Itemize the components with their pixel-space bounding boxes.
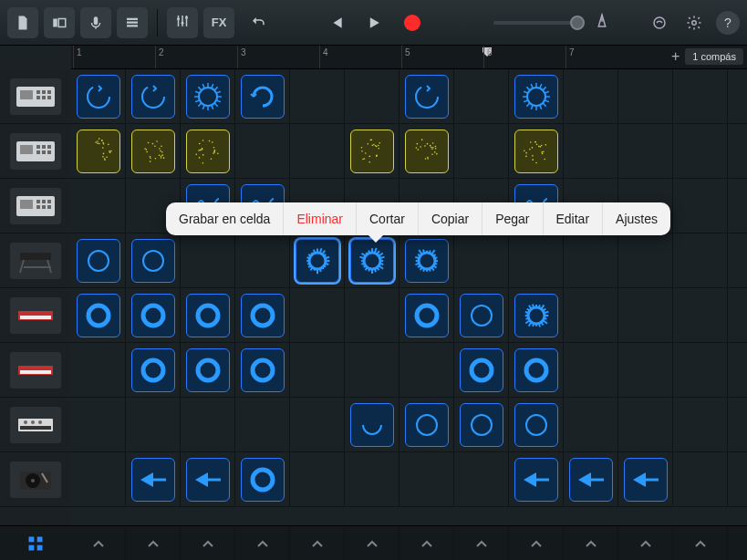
grid-cell[interactable] [399,398,454,452]
loop-browser-button[interactable] [647,10,672,36]
grid-cell[interactable] [71,288,126,343]
grid-cell[interactable] [345,288,399,343]
grid-cell[interactable] [618,69,673,124]
grid-cell[interactable] [71,452,126,507]
grid-cell[interactable] [564,69,618,124]
loop-cell[interactable] [405,75,449,119]
grid-cell[interactable] [181,124,235,179]
column-trigger[interactable] [454,526,509,560]
loop-cell[interactable] [405,130,449,173]
column-trigger[interactable] [345,526,399,560]
grid-cell[interactable] [181,343,235,398]
grid-cell[interactable] [454,233,509,288]
add-section-button[interactable]: + [671,48,680,65]
loop-cell[interactable] [350,403,394,447]
grid-cell[interactable] [673,233,728,288]
column-trigger[interactable] [126,526,181,560]
grid-cell[interactable] [399,288,454,343]
context-menu-item[interactable]: Copiar [419,202,482,235]
grid-cell[interactable] [509,343,564,398]
loop-cell[interactable] [77,130,120,173]
loop-cell[interactable] [131,130,175,173]
grid-cell[interactable] [509,452,564,507]
grid-cell[interactable] [345,69,399,124]
grid-cell[interactable] [290,452,345,507]
context-menu-item[interactable]: Ajustes [603,202,670,235]
loop-cell[interactable] [131,294,175,337]
loop-cell[interactable] [296,239,339,283]
grid-cell[interactable] [345,124,399,179]
grid-cell[interactable] [564,452,618,507]
grid-cell[interactable] [126,343,181,398]
undo-button[interactable] [245,10,271,36]
loop-cell[interactable] [514,348,558,392]
grid-cell[interactable] [126,288,181,343]
grid-cell[interactable] [345,343,399,398]
grid-cell[interactable] [126,124,181,179]
grid-cell[interactable] [235,69,290,124]
column-trigger[interactable] [399,526,454,560]
loop-cell[interactable] [514,75,558,119]
grid-cell[interactable] [509,398,564,452]
grid-cell[interactable] [345,452,399,507]
context-menu-item[interactable]: Editar [544,202,604,235]
loop-cell[interactable] [514,130,558,173]
go-to-start-button[interactable] [325,12,347,34]
column-trigger[interactable] [290,526,345,560]
grid-cell[interactable] [181,398,235,452]
loop-cell[interactable] [514,403,558,447]
grid-cell[interactable] [673,288,728,343]
track-header-drum-machine-2[interactable] [0,124,71,179]
grid-cell[interactable] [454,288,509,343]
grid-cell[interactable] [290,124,345,179]
microphone-button[interactable] [80,7,111,38]
grid-cell[interactable] [71,398,126,452]
loop-cell[interactable] [131,75,175,119]
grid-cell[interactable] [235,124,290,179]
grid-cell[interactable] [673,179,728,233]
grid-cell[interactable] [71,124,126,179]
column-trigger[interactable] [71,526,126,560]
track-header-turntable[interactable] [0,452,71,507]
loop-cell[interactable] [241,75,285,119]
metronome-button[interactable] [594,13,610,33]
grid-cell[interactable] [290,69,345,124]
grid-cell[interactable] [235,233,290,288]
column-trigger[interactable] [235,526,290,560]
loop-cell[interactable] [350,130,394,173]
loop-cell[interactable] [514,294,558,337]
loop-cell[interactable] [186,130,230,173]
track-header-drum-machine-3[interactable] [0,179,71,233]
column-trigger[interactable] [564,526,618,560]
loop-cell[interactable] [460,348,503,392]
loop-cell[interactable] [186,458,230,502]
grid-cell[interactable] [399,124,454,179]
loop-cell[interactable] [350,239,394,283]
loop-cell[interactable] [186,75,230,119]
context-menu-item[interactable]: Pegar [482,202,543,235]
my-songs-button[interactable] [7,7,38,38]
grid-cell[interactable] [509,233,564,288]
grid-cell[interactable] [235,288,290,343]
loop-cell[interactable] [241,458,285,502]
grid-cell[interactable] [399,69,454,124]
loop-cell[interactable] [131,239,175,283]
loop-cell[interactable] [405,403,449,447]
grid-edit-button[interactable] [0,526,71,560]
grid-cell[interactable] [673,398,728,452]
track-header-keyboard-3[interactable] [0,343,71,398]
grid-cell[interactable] [399,343,454,398]
context-menu-item[interactable]: Cortar [357,202,419,235]
loop-cell[interactable] [131,348,175,392]
grid-cell[interactable] [399,233,454,288]
loop-cell[interactable] [405,294,449,337]
grid-cell[interactable] [564,124,618,179]
loop-cell[interactable] [514,458,558,502]
grid-cell[interactable] [618,343,673,398]
loop-cell[interactable] [77,239,120,283]
grid-cell[interactable] [290,343,345,398]
grid-cell[interactable] [618,233,673,288]
grid-cell[interactable] [564,343,618,398]
track-header-keyboard-1[interactable] [0,233,71,288]
browser-button[interactable] [44,7,75,38]
